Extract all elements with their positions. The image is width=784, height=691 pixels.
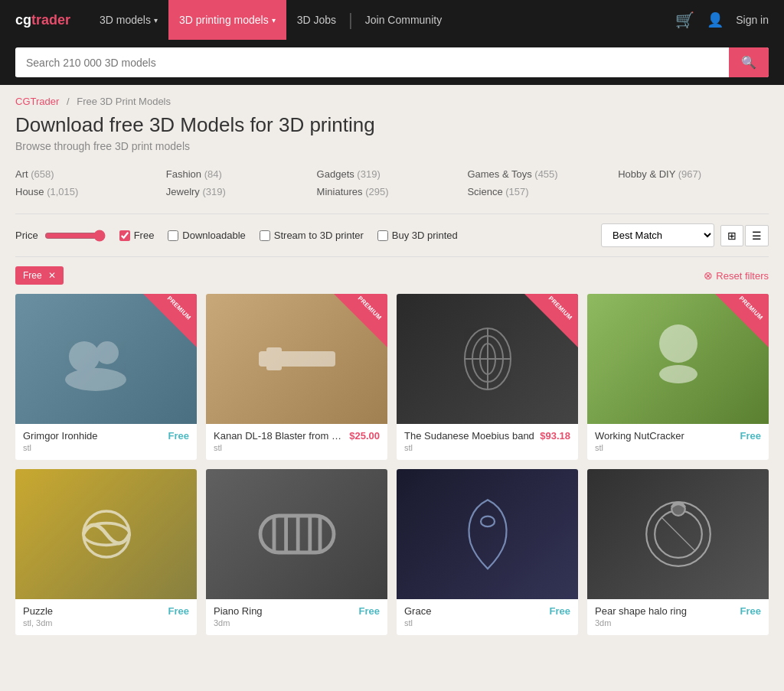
svg-point-20 [481, 516, 495, 526]
free-filter-checkbox[interactable]: Free [119, 230, 155, 241]
search-button[interactable]: 🔍 [729, 47, 769, 77]
model-format: 3dm [214, 618, 380, 627]
category-house[interactable]: House (1,015) [15, 184, 166, 200]
model-name: Piano Ring [214, 605, 354, 617]
category-hobby-diy[interactable]: Hobby & DIY (967) [618, 166, 769, 182]
nav-3d-printing[interactable]: 3D printing models ▾ [168, 0, 286, 40]
svg-rect-4 [266, 347, 282, 370]
model-name: The Sudanese Moebius band [404, 430, 535, 442]
model-thumbnail [206, 469, 387, 599]
category-jewelry[interactable]: Jewelry (319) [166, 184, 317, 200]
breadcrumb-root[interactable]: CGTrader [15, 96, 59, 107]
model-format: stl [214, 443, 380, 452]
model-format: stl, 3dm [23, 618, 189, 627]
model-price: $25.00 [349, 430, 380, 442]
svg-point-2 [96, 341, 119, 364]
category-miniatures[interactable]: Miniatures (295) [317, 184, 468, 200]
model-info: Grace Free stl [397, 599, 578, 635]
model-info: Piano Ring Free 3dm [206, 599, 387, 635]
view-toggle: ⊞ ☰ [720, 225, 769, 246]
model-name: Puzzle [23, 605, 164, 617]
downloadable-filter-checkbox[interactable]: Downloadable [168, 230, 245, 241]
search-section: 🔍 [0, 40, 784, 85]
model-name: Grace [404, 605, 545, 617]
page-title: Download free 3D Models for 3D printing [15, 113, 769, 137]
model-price: Free [740, 605, 761, 617]
model-card[interactable]: PREMIUM The Sudanese Moebius band [397, 294, 578, 460]
model-card[interactable]: PREMIUM Working NutCracker Free stl [587, 294, 769, 460]
category-fashion[interactable]: Fashion (84) [166, 166, 317, 182]
model-format: stl [404, 618, 570, 627]
buy-filter-checkbox[interactable]: Buy 3D printed [377, 230, 458, 241]
svg-point-10 [659, 365, 697, 383]
model-price: $93.18 [540, 430, 570, 442]
logo[interactable]: cgtrader [15, 12, 70, 28]
model-format: stl [595, 443, 761, 452]
search-input[interactable] [15, 49, 729, 77]
price-filter: Price [15, 230, 106, 242]
svg-point-11 [659, 324, 697, 363]
remove-free-tag-icon[interactable]: ✕ [48, 270, 56, 281]
model-thumbnail: PREMIUM [397, 294, 578, 424]
nav-join-community[interactable]: Join Community [354, 0, 452, 40]
model-name: Pear shape halo ring [595, 605, 736, 617]
model-info: Grimgor Ironhide Free stl [15, 424, 197, 460]
reset-circle-icon: ⊗ [704, 269, 713, 282]
reset-filters-button[interactable]: ⊗ Reset filters [704, 269, 769, 282]
breadcrumb-separator: / [67, 96, 70, 107]
categories-grid: Art (658) Fashion (84) Gadgets (319) Gam… [15, 166, 769, 200]
list-view-button[interactable]: ☰ [745, 225, 769, 246]
model-info: The Sudanese Moebius band $93.18 stl [397, 424, 578, 460]
user-icon[interactable]: 👤 [707, 11, 724, 28]
model-thumbnail [15, 469, 197, 599]
model-thumbnail [587, 469, 769, 599]
model-thumbnail: PREMIUM [587, 294, 769, 424]
model-thumbnail: PREMIUM [206, 294, 387, 424]
active-filters-row: Free ✕ ⊗ Reset filters [15, 257, 769, 294]
dropdown-arrow-icon: ▾ [154, 16, 158, 24]
model-card[interactable]: Puzzle Free stl, 3dm [15, 469, 197, 635]
model-card[interactable]: Piano Ring Free 3dm [206, 469, 387, 635]
price-slider[interactable] [44, 230, 106, 242]
category-science[interactable]: Science (157) [467, 184, 618, 200]
nav-3d-models[interactable]: 3D models ▾ [89, 0, 168, 40]
category-games-toys[interactable]: Games & Toys (455) [467, 166, 618, 182]
model-info: Pear shape halo ring Free 3dm [587, 599, 769, 635]
sort-select[interactable]: Best Match Newest Price: Low to High Pri… [601, 223, 714, 247]
model-format: stl [404, 443, 570, 452]
model-info: Puzzle Free stl, 3dm [15, 599, 197, 635]
navbar: cgtrader 3D models ▾ 3D printing models … [0, 0, 784, 40]
model-name: Working NutCracker [595, 430, 736, 442]
model-format: 3dm [595, 618, 761, 627]
filters-bar: Price Free Downloadable Stream to 3D pri… [15, 213, 769, 257]
model-thumbnail [397, 469, 578, 599]
model-card[interactable]: PREMIUM Kanan DL-18 Blaster from Star Wa… [206, 294, 387, 460]
model-card[interactable]: Pear shape halo ring Free 3dm [587, 469, 769, 635]
model-price: Free [168, 430, 189, 442]
model-info: Working NutCracker Free stl [587, 424, 769, 460]
nav-divider: | [347, 0, 354, 40]
model-card[interactable]: Grace Free stl [397, 469, 578, 635]
svg-point-0 [65, 368, 126, 391]
breadcrumb: CGTrader / Free 3D Print Models [15, 85, 769, 113]
model-price: Free [168, 605, 189, 617]
nav-3d-jobs[interactable]: 3D Jobs [286, 0, 347, 40]
model-name: Kanan DL-18 Blaster from Star Wars F [214, 430, 345, 442]
category-art[interactable]: Art (658) [15, 166, 166, 182]
model-card[interactable]: PREMIUM Grimgor Ironhide Free [15, 294, 197, 460]
model-price: Free [550, 605, 570, 617]
signin-button[interactable]: Sign in [736, 14, 769, 26]
stream-filter-checkbox[interactable]: Stream to 3D printer [260, 230, 364, 241]
svg-point-1 [69, 341, 100, 372]
model-price: Free [359, 605, 380, 617]
free-tag[interactable]: Free ✕ [15, 266, 64, 285]
page-subtitle: Browse through free 3D print models [15, 140, 769, 152]
cart-icon[interactable]: 🛒 [675, 11, 694, 29]
dropdown-arrow-icon-2: ▾ [272, 16, 276, 24]
category-gadgets[interactable]: Gadgets (319) [317, 166, 468, 182]
grid-view-button[interactable]: ⊞ [720, 225, 743, 246]
model-price: Free [740, 430, 761, 442]
model-info: Kanan DL-18 Blaster from Star Wars F $25… [206, 424, 387, 460]
breadcrumb-current: Free 3D Print Models [77, 96, 171, 107]
model-thumbnail: PREMIUM [15, 294, 197, 424]
